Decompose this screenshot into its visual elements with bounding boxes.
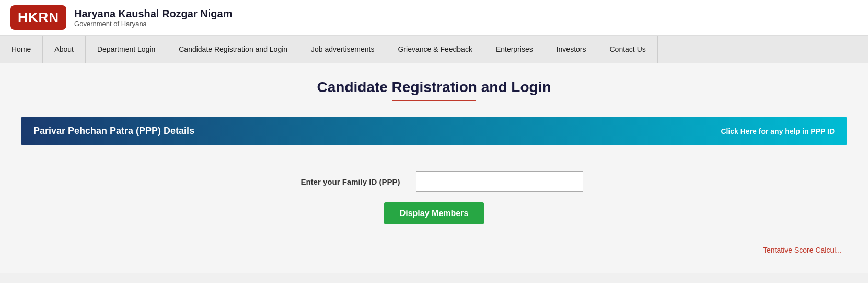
- ppp-form: Enter your Family ID (PPP) Display Membe…: [21, 161, 847, 235]
- org-info: Haryana Kaushal Rozgar Nigam Government …: [74, 8, 232, 28]
- nav-department-login[interactable]: Department Login: [86, 36, 167, 63]
- nav-grievance-feedback[interactable]: Grievance & Feedback: [386, 36, 484, 63]
- button-row: Display Members: [42, 202, 826, 224]
- nav-enterprises[interactable]: Enterprises: [484, 36, 545, 63]
- main-content: Candidate Registration and Login Parivar…: [0, 63, 868, 273]
- ppp-section-header: Parivar Pehchan Patra (PPP) Details Clic…: [21, 117, 847, 145]
- navbar: Home About Department Login Candidate Re…: [0, 36, 868, 63]
- nav-candidate-registration[interactable]: Candidate Registration and Login: [167, 36, 299, 63]
- org-subtitle: Government of Haryana: [74, 20, 232, 28]
- nav-about[interactable]: About: [43, 36, 86, 63]
- family-id-input[interactable]: [416, 171, 583, 192]
- site-header: HKRN Haryana Kaushal Rozgar Nigam Govern…: [0, 0, 868, 36]
- bottom-link-area: Tentative Score Calcul...: [21, 245, 847, 255]
- org-title: Haryana Kaushal Rozgar Nigam: [74, 8, 232, 20]
- nav-investors[interactable]: Investors: [545, 36, 598, 63]
- nav-home[interactable]: Home: [0, 36, 43, 63]
- title-underline: [392, 100, 476, 101]
- display-members-button[interactable]: Display Members: [384, 202, 484, 224]
- nav-job-advertisements[interactable]: Job advertisements: [299, 36, 386, 63]
- nav-contact-us[interactable]: Contact Us: [598, 36, 658, 63]
- logo: HKRN: [10, 5, 66, 30]
- tentative-score-link[interactable]: Tentative Score Calcul...: [763, 246, 842, 254]
- family-id-row: Enter your Family ID (PPP): [42, 171, 826, 192]
- page-title: Candidate Registration and Login: [21, 79, 847, 96]
- ppp-help-link[interactable]: Click Here for any help in PPP ID: [721, 127, 835, 135]
- ppp-title: Parivar Pehchan Patra (PPP) Details: [33, 126, 194, 137]
- family-id-label: Enter your Family ID (PPP): [285, 177, 400, 186]
